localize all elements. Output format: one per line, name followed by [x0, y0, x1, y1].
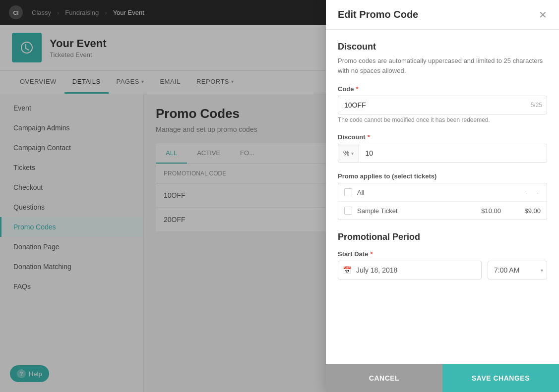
start-time-select[interactable]: 7:00 AM — [488, 261, 547, 280]
discount-type-value: % — [343, 149, 349, 157]
ticket-price-discounted: $9.00 — [506, 207, 541, 215]
start-date-label: Start Date * — [338, 250, 547, 258]
code-required: * — [356, 85, 359, 93]
code-field-group: Code * 5/25 The code cannot be modified … — [338, 85, 547, 123]
ticket-dash-2: - — [537, 189, 539, 196]
discount-description: Promo codes are automatically uppercased… — [338, 56, 547, 75]
char-count: 5/25 — [531, 102, 542, 109]
date-row: 📅 7:00 AM ▾ — [338, 261, 547, 280]
ticket-table: All - - Sample Ticket $10.00 $9.00 — [338, 183, 547, 220]
ticket-checkbox-sample[interactable] — [344, 207, 352, 215]
modal-body: Discount Promo codes are automatically u… — [326, 30, 559, 364]
applies-to-group: Promo applies to (select tickets) All - … — [338, 172, 547, 220]
discount-type-selector[interactable]: % ▾ — [338, 144, 359, 163]
discount-label: Discount * — [338, 133, 547, 141]
ticket-name-sample: Sample Ticket — [357, 207, 461, 215]
discount-field-group: Discount * % ▾ — [338, 133, 547, 163]
discount-section-title: Discount — [338, 42, 547, 52]
discount-value-input[interactable] — [359, 144, 547, 163]
period-title: Promotional Period — [338, 232, 547, 242]
discount-row: % ▾ — [338, 144, 547, 163]
start-date-input[interactable] — [338, 261, 482, 280]
edit-promo-modal: Edit Promo Code ✕ Discount Promo codes a… — [326, 0, 559, 392]
ticket-row-sample: Sample Ticket $10.00 $9.00 — [338, 202, 547, 220]
modal-footer: CANCEL SAVE CHANGES — [326, 364, 559, 392]
ticket-name-all: All — [357, 189, 518, 196]
time-input-wrap: 7:00 AM ▾ — [488, 261, 547, 280]
discount-section: Discount Promo codes are automatically u… — [338, 42, 547, 220]
discount-type-arrow: ▾ — [351, 151, 354, 156]
discount-required: * — [368, 133, 370, 141]
modal-header: Edit Promo Code ✕ — [326, 0, 559, 30]
code-input[interactable] — [338, 96, 547, 114]
ticket-dash-1: - — [525, 189, 527, 196]
period-section: Promotional Period Start Date * 📅 7:00 A… — [338, 232, 547, 280]
modal-title: Edit Promo Code — [338, 9, 418, 20]
calendar-icon: 📅 — [343, 266, 351, 274]
ticket-row-all: All - - — [338, 183, 547, 202]
save-button[interactable]: SAVE CHANGES — [442, 364, 559, 392]
code-input-wrapper: 5/25 — [338, 96, 547, 114]
start-date-group: Start Date * 📅 7:00 AM ▾ — [338, 250, 547, 280]
start-date-required: * — [370, 250, 373, 258]
cancel-button[interactable]: CANCEL — [326, 364, 442, 392]
code-hint: The code cannot be modified once it has … — [338, 116, 547, 123]
ticket-price-original: $10.00 — [466, 207, 501, 215]
date-input-wrap: 📅 — [338, 261, 482, 280]
applies-label: Promo applies to (select tickets) — [338, 172, 547, 180]
close-icon[interactable]: ✕ — [539, 10, 547, 20]
ticket-checkbox-all[interactable] — [344, 188, 352, 196]
code-label: Code * — [338, 85, 547, 93]
